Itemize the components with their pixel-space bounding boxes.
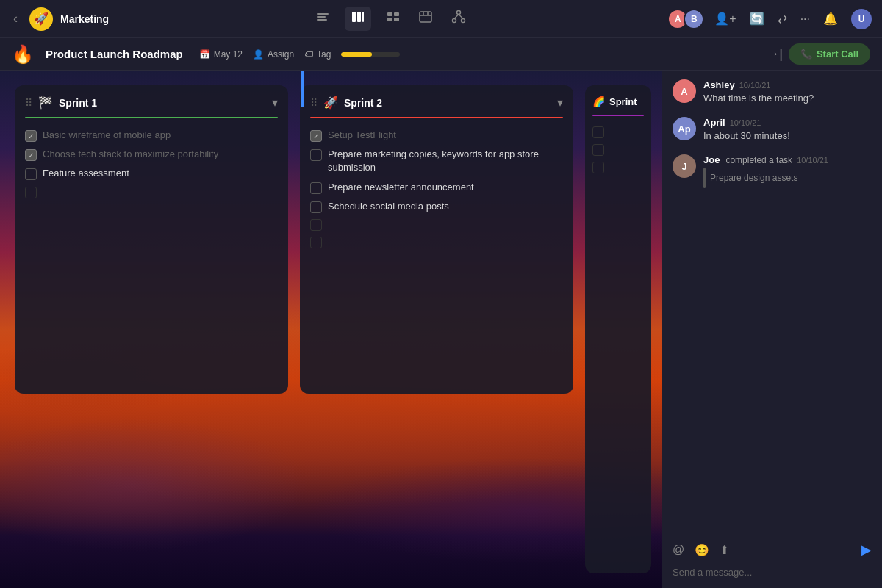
msg-name: Joe xyxy=(703,154,720,165)
task-row: Basic wireframe of mobile app xyxy=(25,129,278,142)
sprint-3-header: 🌈 Sprint xyxy=(585,85,651,115)
sprint-2-menu[interactable]: ▾ xyxy=(557,96,563,110)
sprint-2-emoji: 🚀 xyxy=(323,96,338,110)
avatar-group: A B xyxy=(667,9,704,29)
task-label: Feature assessment xyxy=(43,167,129,180)
sprint-2-title: Sprint 2 xyxy=(344,97,551,109)
task-empty xyxy=(592,144,604,156)
task-empty xyxy=(310,237,322,248)
send-button[interactable]: ▶ xyxy=(861,542,872,558)
nav-right: A B 👤+ 🔄 ⇄ ··· 🔔 U xyxy=(667,7,873,31)
top-nav: ‹ 🚀 Marketing xyxy=(0,0,882,38)
calendar-view-icon[interactable] xyxy=(415,7,436,31)
msg-content-april: April 10/10/21 In about 30 minutes! xyxy=(703,117,790,143)
tag-meta[interactable]: 🏷 Tag xyxy=(304,49,331,60)
list-view-icon[interactable] xyxy=(312,7,333,31)
task-checkbox[interactable] xyxy=(310,149,322,161)
date-meta[interactable]: 📅 May 12 xyxy=(199,49,243,60)
msg-text: What time is the meeting? xyxy=(703,92,814,105)
task-empty xyxy=(592,126,604,138)
phone-icon: 📞 xyxy=(800,49,812,60)
svg-rect-1 xyxy=(317,16,326,18)
main-layout: ⠿ 🏁 Sprint 1 ▾ Basic wireframe of mobile… xyxy=(0,71,882,588)
task-row xyxy=(592,126,644,138)
back-button[interactable]: ‹ xyxy=(9,8,22,29)
drag-handle-2[interactable]: ⠿ xyxy=(310,97,318,109)
hierarchy-view-icon[interactable] xyxy=(448,7,470,31)
svg-point-15 xyxy=(453,19,456,23)
task-label: Basic wireframe of mobile app xyxy=(43,129,171,142)
msg-avatar-ashley: A xyxy=(673,79,696,103)
avatar-april: B xyxy=(684,9,704,29)
sprint-1-header: ⠿ 🏁 Sprint 1 ▾ xyxy=(15,85,288,117)
task-row: Feature assessment xyxy=(25,167,278,180)
svg-point-16 xyxy=(462,19,465,23)
task-checkbox[interactable] xyxy=(25,168,37,180)
collapse-arrow[interactable]: →| xyxy=(766,46,783,62)
task-checkbox[interactable] xyxy=(25,149,37,161)
sync-icon[interactable]: 🔄 xyxy=(747,9,767,29)
msg-content-joe: Joe completed a task 10/10/21 Prepare de… xyxy=(703,154,828,188)
msg-time-joe: 10/10/21 xyxy=(797,156,828,165)
svg-line-17 xyxy=(454,15,459,19)
board-scroll[interactable]: ⠿ 🏁 Sprint 1 ▾ Basic wireframe of mobile… xyxy=(0,71,662,588)
svg-rect-4 xyxy=(357,12,361,22)
msg-time: 10/10/21 xyxy=(730,118,761,127)
project-toolbar: 🔥 Product Launch Roadmap 📅 May 12 👤 Assi… xyxy=(0,38,882,71)
kanban-view-icon[interactable] xyxy=(345,7,371,31)
msg-header: Joe completed a task 10/10/21 xyxy=(703,154,828,165)
message-input-placeholder[interactable]: Send a message... xyxy=(673,564,872,581)
task-row xyxy=(310,219,563,231)
sprint-3-tasks xyxy=(585,123,651,184)
mention-icon[interactable]: @ xyxy=(673,543,684,556)
msg-content-ashley: Ashley 10/10/21 What time is the meeting… xyxy=(703,79,814,105)
tag-icon: 🏷 xyxy=(304,49,313,60)
timeline-view-icon[interactable] xyxy=(383,7,404,31)
right-panel: A Ashley 10/10/21 What time is the meeti… xyxy=(662,71,882,588)
notification-icon[interactable]: 🔔 xyxy=(820,9,841,29)
sprint-3-title: Sprint xyxy=(609,96,637,107)
task-row xyxy=(592,162,644,173)
msg-avatar-april: Ap xyxy=(673,117,696,140)
settings-icon[interactable]: ⇄ xyxy=(775,9,790,29)
add-member-icon[interactable]: 👤+ xyxy=(711,9,739,29)
task-checkbox[interactable] xyxy=(25,130,37,142)
svg-rect-2 xyxy=(317,19,327,21)
task-row: Prepare marketing copies, keywords for a… xyxy=(310,148,563,174)
emoji-icon[interactable]: 😊 xyxy=(695,543,709,557)
msg-name: Ashley xyxy=(703,79,735,90)
message-item: A Ashley 10/10/21 What time is the meeti… xyxy=(673,79,872,105)
toolbar-right: →| 📞 Start Call xyxy=(766,43,870,65)
task-row: Prepare newsletter announcement xyxy=(310,181,563,194)
drag-handle-1[interactable]: ⠿ xyxy=(25,97,32,109)
tag-label: Tag xyxy=(317,49,331,60)
user-avatar[interactable]: U xyxy=(850,7,873,31)
app-logo: 🚀 xyxy=(29,7,53,31)
sprint-1-tasks: Basic wireframe of mobile app Choose tec… xyxy=(15,126,288,209)
sprint-1-underline xyxy=(25,117,278,118)
msg-time: completed a task xyxy=(725,155,792,165)
assign-meta[interactable]: 👤 Assign xyxy=(253,49,294,60)
svg-rect-3 xyxy=(352,12,356,22)
attach-icon[interactable]: ⬆ xyxy=(720,543,729,557)
task-label: Choose tech stack to maximize portabilit… xyxy=(43,148,218,161)
task-checkbox[interactable] xyxy=(310,182,322,194)
start-call-button[interactable]: 📞 Start Call xyxy=(789,43,870,65)
sprint-3-emoji: 🌈 xyxy=(592,96,605,107)
task-checkbox[interactable] xyxy=(310,130,322,142)
msg-text: In about 30 minutes! xyxy=(703,129,790,143)
svg-rect-6 xyxy=(387,12,392,16)
task-label: Prepare newsletter announcement xyxy=(328,181,474,194)
sprint-1-menu[interactable]: ▾ xyxy=(272,96,278,110)
more-options-icon[interactable]: ··· xyxy=(797,10,813,29)
sprint-2-card: ⠿ 🚀 Sprint 2 ▾ Setup TestFlight Prepare … xyxy=(300,85,573,394)
message-item: Ap April 10/10/21 In about 30 minutes! xyxy=(673,117,872,143)
calendar-icon: 📅 xyxy=(199,49,210,60)
task-label: Prepare marketing copies, keywords for a… xyxy=(328,148,563,174)
task-checkbox[interactable] xyxy=(310,201,322,213)
task-row: Schedule social media posts xyxy=(310,200,563,213)
sprint-1-title: Sprint 1 xyxy=(59,97,266,109)
task-empty xyxy=(25,187,37,198)
toolbar-meta: 📅 May 12 👤 Assign 🏷 Tag xyxy=(199,49,401,60)
msg-task-ref: Prepare design assets xyxy=(703,168,828,188)
